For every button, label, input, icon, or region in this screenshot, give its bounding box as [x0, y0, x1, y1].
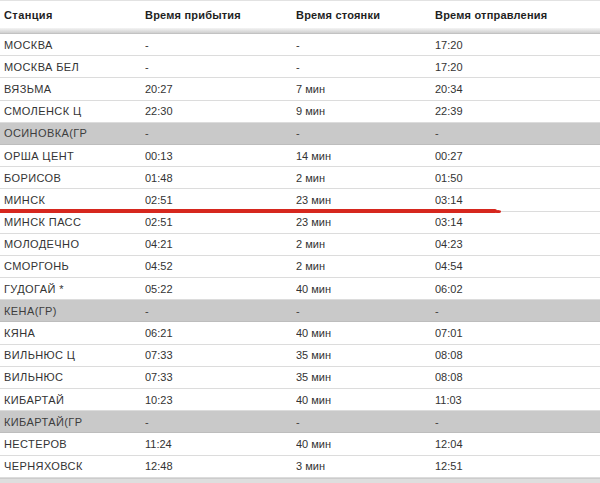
departure-time: 20:34: [435, 83, 600, 95]
departure-time: 00:27: [435, 150, 600, 162]
departure-time: 22:39: [435, 105, 600, 117]
departure-time: 17:20: [435, 61, 600, 73]
departure-time: -: [435, 416, 600, 428]
table-row: ГУДОГАЙ * 05:22 40 мин 06:02: [0, 278, 600, 300]
departure-time: 07:01: [435, 327, 600, 339]
stop-duration: 2 мин: [296, 238, 435, 250]
next-row-edge: [0, 478, 600, 483]
departure-time: 03:14: [435, 194, 600, 206]
stop-duration: 35 мин: [296, 371, 435, 383]
table-body: МОСКВА - - 17:20 МОСКВА БЕЛ - - 17:20 ВЯ…: [0, 34, 600, 478]
table-row: БОРИСОВ 01:48 2 мин 01:50: [0, 167, 600, 189]
station-name: ВЯЗЬМА: [0, 83, 145, 95]
table-row: СМОРГОНЬ 04:52 2 мин 04:54: [0, 256, 600, 278]
arrival-time: 04:21: [145, 238, 296, 250]
station-name: КИБАРТАЙ: [0, 394, 145, 406]
arrival-time: 07:33: [145, 349, 296, 361]
table-row: ВИЛЬНЮС 07:33 35 мин 08:08: [0, 367, 600, 389]
station-name: НЕСТЕРОВ: [0, 438, 145, 450]
stop-duration: -: [296, 39, 435, 51]
station-name: ГУДОГАЙ *: [0, 283, 145, 295]
table-row: ЧЕРНЯХОВСК 12:48 3 мин 12:51: [0, 456, 600, 478]
arrival-time: 02:51: [145, 194, 296, 206]
departure-time: 08:08: [435, 349, 600, 361]
minsk-highlight-underline: [0, 209, 497, 213]
station-name: КЕНА(ГР): [0, 305, 145, 317]
stop-duration: 2 мин: [296, 260, 435, 272]
station-name: ВИЛЬНЮС: [0, 371, 145, 383]
arrival-time: 10:23: [145, 394, 296, 406]
station-name: ВИЛЬНЮС Ц: [0, 349, 145, 361]
station-name: ЧЕРНЯХОВСК: [0, 460, 145, 472]
station-name: БОРИСОВ: [0, 172, 145, 184]
station-name: ОРША ЦЕНТ: [0, 150, 145, 162]
table-row: НЕСТЕРОВ 11:24 40 мин 12:04: [0, 433, 600, 455]
stop-duration: -: [296, 305, 435, 317]
arrival-time: 22:30: [145, 105, 296, 117]
arrival-time: 07:33: [145, 371, 296, 383]
station-name: МИНСК ПАСС: [0, 216, 145, 228]
departure-time: 11:03: [435, 394, 600, 406]
arrival-time: -: [145, 305, 296, 317]
table-row: КЕНА(ГР) - - -: [0, 300, 600, 322]
table-row: СМОЛЕНСК Ц 22:30 9 мин 22:39: [0, 101, 600, 123]
departure-time: 04:23: [435, 238, 600, 250]
table-row: МОСКВА - - 17:20: [0, 34, 600, 56]
table-row: ВЯЗЬМА 20:27 7 мин 20:34: [0, 78, 600, 100]
stop-duration: 2 мин: [296, 172, 435, 184]
table-row: КЯНА 06:21 40 мин 07:01: [0, 322, 600, 344]
table-row: КИБАРТАЙ 10:23 40 мин 11:03: [0, 389, 600, 411]
table-row: ОРША ЦЕНТ 00:13 14 мин 00:27: [0, 145, 600, 167]
column-header-arrival: Время прибытия: [145, 9, 296, 21]
arrival-time: -: [145, 39, 296, 51]
arrival-time: 05:22: [145, 283, 296, 295]
table-row: МОСКВА БЕЛ - - 17:20: [0, 56, 600, 78]
departure-time: 12:04: [435, 438, 600, 450]
stop-duration: 23 мин: [296, 216, 435, 228]
table-row: МОЛОДЕЧНО 04:21 2 мин 04:23: [0, 234, 600, 256]
table-row: МИНСК ПАСС 02:51 23 мин 03:14: [0, 212, 600, 234]
column-header-stop: Время стоянки: [296, 9, 435, 21]
arrival-time: 02:51: [145, 216, 296, 228]
column-header-departure: Время отправления: [435, 9, 600, 21]
departure-time: 17:20: [435, 39, 600, 51]
station-name: ОСИНОВКА(ГР: [0, 127, 145, 139]
station-name: МОСКВА: [0, 39, 145, 51]
departure-time: 01:50: [435, 172, 600, 184]
arrival-time: 12:48: [145, 460, 296, 472]
stop-duration: 23 мин: [296, 194, 435, 206]
arrival-time: 06:21: [145, 327, 296, 339]
stop-duration: 40 мин: [296, 283, 435, 295]
station-name: СМОРГОНЬ: [0, 260, 145, 272]
departure-time: -: [435, 305, 600, 317]
station-name: МОЛОДЕЧНО: [0, 238, 145, 250]
station-name: СМОЛЕНСК Ц: [0, 105, 145, 117]
stop-duration: 14 мин: [296, 150, 435, 162]
departure-time: 08:08: [435, 371, 600, 383]
station-name: КИБАРТАЙ(ГР: [0, 416, 145, 428]
arrival-time: -: [145, 416, 296, 428]
arrival-time: 11:24: [145, 438, 296, 450]
stop-duration: 35 мин: [296, 349, 435, 361]
stop-duration: 9 мин: [296, 105, 435, 117]
arrival-time: 01:48: [145, 172, 296, 184]
table-header-row: Станция Время прибытия Время стоянки Вре…: [0, 1, 600, 28]
arrival-time: 04:52: [145, 260, 296, 272]
arrival-time: -: [145, 61, 296, 73]
departure-time: 03:14: [435, 216, 600, 228]
stop-duration: -: [296, 127, 435, 139]
stop-duration: 40 мин: [296, 327, 435, 339]
arrival-time: 00:13: [145, 150, 296, 162]
departure-time: 12:51: [435, 460, 600, 472]
departure-time: 06:02: [435, 283, 600, 295]
table-row: ВИЛЬНЮС Ц 07:33 35 мин 08:08: [0, 345, 600, 367]
stop-duration: 40 мин: [296, 394, 435, 406]
table-row: КИБАРТАЙ(ГР - - -: [0, 411, 600, 433]
departure-time: -: [435, 127, 600, 139]
departure-time: 04:54: [435, 260, 600, 272]
stop-duration: 7 мин: [296, 83, 435, 95]
arrival-time: -: [145, 127, 296, 139]
column-header-station: Станция: [0, 9, 145, 21]
stop-duration: 40 мин: [296, 438, 435, 450]
arrival-time: 20:27: [145, 83, 296, 95]
